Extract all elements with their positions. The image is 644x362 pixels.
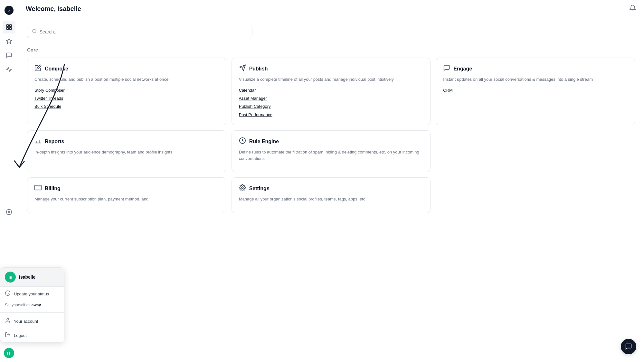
svg-line-8: [35, 32, 36, 33]
card-engage-header: Engage: [443, 64, 628, 73]
link-publish-category[interactable]: Publish Category: [239, 103, 423, 110]
sidebar-logo[interactable]: ›: [3, 4, 15, 17]
popup-status-info: Set yourself as away: [0, 301, 64, 311]
popup-your-account[interactable]: Your account: [0, 314, 64, 328]
popup-logout[interactable]: Logout: [0, 328, 64, 342]
svg-rect-4: [6, 28, 8, 30]
card-compose-links: Story Composer Twitter Threads Bulk Sche…: [34, 87, 219, 110]
svg-rect-3: [9, 25, 11, 27]
search-input[interactable]: [40, 29, 248, 34]
user-popup: Is Isabelle Update your status Set yours…: [0, 267, 64, 343]
card-publish[interactable]: Publish Visualize a complete timeline of…: [232, 58, 431, 125]
smiley-icon: [5, 290, 11, 297]
card-settings-title: Settings: [249, 186, 270, 191]
cards-grid-row2: Reports In-depth insights into your audi…: [27, 130, 635, 172]
chat-fab[interactable]: [621, 339, 636, 354]
card-rule-engine-desc: Define rules to automate the filtration …: [239, 149, 423, 162]
link-calendar[interactable]: Calendar: [239, 87, 423, 94]
account-icon: [5, 318, 11, 325]
header: Welcome, Isabelle: [18, 0, 644, 18]
card-engage-desc: Instant updates on all your social conve…: [443, 76, 628, 83]
card-compose[interactable]: Compose Create, schedule, and publish a …: [27, 58, 226, 125]
card-billing-title: Billing: [45, 186, 61, 191]
search-bar: [27, 26, 252, 38]
sidebar-item-engage[interactable]: [3, 49, 15, 62]
card-engage[interactable]: Engage Instant updates on all your socia…: [436, 58, 635, 125]
link-twitter-threads[interactable]: Twitter Threads: [34, 95, 219, 102]
card-publish-header: Publish: [239, 64, 423, 73]
sidebar-item-compose[interactable]: [3, 21, 15, 33]
page-title: Welcome, Isabelle: [26, 5, 81, 13]
svg-point-15: [242, 187, 243, 189]
link-bulk-schedule[interactable]: Bulk Schedule: [34, 103, 219, 110]
update-status-label: Update your status: [14, 292, 49, 296]
engage-icon: [443, 64, 450, 73]
card-reports[interactable]: Reports In-depth insights into your audi…: [27, 130, 226, 172]
card-publish-desc: Visualize a complete timeline of all you…: [239, 76, 423, 83]
card-engage-links: CRM: [443, 87, 628, 94]
svg-point-19: [7, 318, 9, 320]
cards-grid-row1: Compose Create, schedule, and publish a …: [27, 58, 635, 125]
search-icon: [32, 29, 37, 35]
rule-engine-icon: [239, 137, 246, 146]
link-story-composer[interactable]: Story Composer: [34, 87, 219, 94]
card-billing[interactable]: Billing Manage your current subscription…: [27, 177, 226, 213]
logout-icon: [5, 332, 11, 339]
card-billing-desc: Manage your current subscription plan, p…: [34, 196, 219, 202]
popup-username: Isabelle: [19, 274, 35, 280]
card-engage-title: Engage: [453, 66, 472, 72]
card-settings[interactable]: Settings Manage all your organization's …: [232, 177, 431, 213]
svg-point-6: [8, 211, 10, 213]
card-compose-title: Compose: [45, 66, 68, 72]
notification-bell[interactable]: [629, 5, 636, 13]
card-publish-title: Publish: [249, 66, 268, 72]
popup-user-row: Is Isabelle: [0, 268, 64, 287]
logout-label: Logout: [14, 333, 27, 338]
card-rule-engine-title: Rule Engine: [249, 139, 279, 144]
card-compose-desc: Create, schedule, and publish a post on …: [34, 76, 219, 83]
section-label: Core: [27, 47, 635, 52]
card-billing-header: Billing: [34, 184, 219, 193]
card-reports-header: Reports: [34, 137, 219, 146]
sidebar-avatar[interactable]: Is: [4, 348, 14, 358]
settings-icon: [239, 184, 246, 193]
svg-rect-5: [9, 28, 11, 30]
publish-icon: [239, 64, 246, 73]
compose-icon: [34, 64, 42, 73]
card-rule-engine[interactable]: Rule Engine Define rules to automate the…: [232, 130, 431, 172]
popup-avatar: Is: [5, 272, 16, 283]
card-reports-title: Reports: [45, 139, 64, 144]
billing-icon: [34, 184, 42, 193]
svg-point-16: [5, 291, 10, 296]
your-account-label: Your account: [14, 319, 38, 324]
card-publish-links: Calendar Asset Manager Publish Category …: [239, 87, 423, 119]
popup-status-value: away: [32, 303, 41, 307]
card-rule-engine-header: Rule Engine: [239, 137, 423, 146]
main-content: Welcome, Isabelle Core: [18, 0, 644, 362]
svg-text:›: ›: [8, 8, 10, 13]
reports-icon: [34, 137, 42, 146]
popup-update-status[interactable]: Update your status: [0, 287, 64, 301]
sidebar-item-publish[interactable]: [3, 35, 15, 48]
popup-divider1: [0, 312, 64, 313]
card-settings-header: Settings: [239, 184, 423, 193]
svg-point-7: [33, 29, 36, 33]
svg-rect-2: [6, 25, 8, 27]
link-crm[interactable]: CRM: [443, 87, 628, 94]
cards-grid-row3: Billing Manage your current subscription…: [27, 177, 635, 213]
content-area: Core Compose Create, schedule, and publi…: [18, 18, 644, 362]
card-reports-desc: In-depth insights into your audience dem…: [34, 149, 219, 155]
svg-rect-13: [35, 185, 41, 190]
sidebar-item-analytics[interactable]: [3, 63, 15, 76]
card-compose-header: Compose: [34, 64, 219, 73]
link-asset-manager[interactable]: Asset Manager: [239, 95, 423, 102]
sidebar-item-settings[interactable]: [3, 206, 15, 218]
link-post-performance[interactable]: Post Performance: [239, 111, 423, 118]
card-settings-desc: Manage all your organization's social pr…: [239, 196, 423, 202]
